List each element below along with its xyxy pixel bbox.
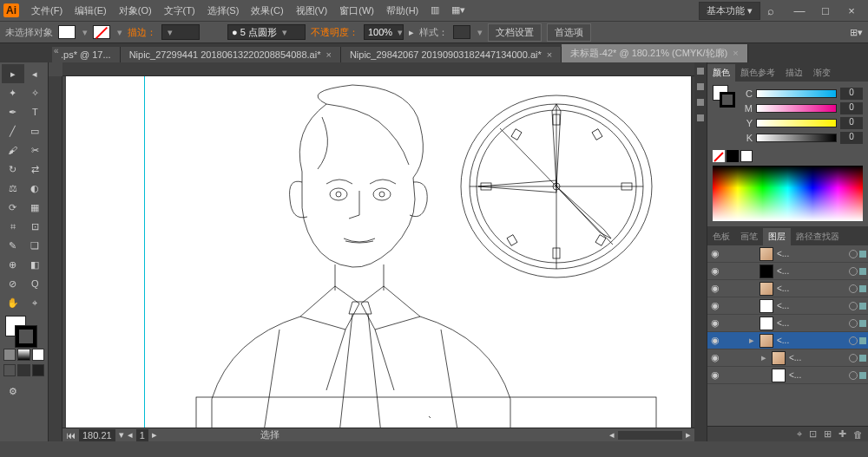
close-icon[interactable]: × (326, 49, 331, 60)
layer-thumbnail[interactable] (760, 282, 773, 296)
width-tool[interactable]: ◐ (24, 179, 47, 198)
menu-type[interactable]: 文字(T) (159, 3, 201, 19)
perspective-tool[interactable]: ⌗ (2, 217, 24, 236)
workspace-switcher[interactable]: 基本功能 ▾ (699, 2, 760, 20)
tab-brushes[interactable]: 画笔 (735, 228, 763, 245)
target-ring-icon[interactable] (849, 371, 858, 380)
ruler-horizontal[interactable] (62, 62, 694, 76)
hand-tool[interactable]: ✋ (2, 293, 24, 312)
close-icon[interactable]: × (733, 48, 738, 58)
dock-icon[interactable] (697, 99, 704, 106)
menu-help[interactable]: 帮助(H) (381, 3, 424, 19)
type-tool[interactable]: T (24, 102, 47, 121)
selection-tool[interactable]: ▸ (2, 64, 24, 83)
layer-row[interactable]: ◉<... (707, 297, 868, 315)
visibility-toggle-icon[interactable]: ◉ (709, 317, 721, 329)
white-swatch-icon[interactable] (740, 150, 753, 162)
symbol-tool[interactable]: ◧ (24, 255, 47, 274)
magic-wand-tool[interactable]: ✦ (2, 83, 24, 102)
layer-name[interactable]: <... (775, 266, 847, 276)
layer-thumbnail[interactable] (760, 247, 773, 261)
menu-view[interactable]: 视图(V) (291, 3, 333, 19)
layer-row[interactable]: ◉▸<... (707, 349, 868, 367)
brush-tool[interactable]: 🖌 (2, 140, 24, 160)
window-minimize-button[interactable]: — (786, 2, 812, 19)
gradient-mode-icon[interactable] (17, 349, 30, 361)
gradient-tool[interactable]: ✎ (2, 236, 24, 255)
delete-layer-icon[interactable]: 🗑 (853, 429, 863, 440)
target-ring-icon[interactable] (849, 250, 858, 258)
menu-edit[interactable]: 编辑(E) (69, 3, 112, 19)
screen-mode-full-icon[interactable] (17, 364, 30, 376)
mesh-tool[interactable]: ⊡ (24, 217, 47, 236)
layer-thumbnail[interactable] (772, 369, 786, 382)
none-swatch-icon[interactable] (713, 150, 725, 162)
menu-effect[interactable]: 效果(C) (246, 3, 288, 19)
menu-file[interactable]: 文件(F) (26, 3, 68, 19)
doc-tab-2[interactable]: Nipic_27299441 20180613220208854088.ai*× (121, 47, 341, 62)
window-maximize-button[interactable]: □ (812, 2, 838, 19)
reflect-tool[interactable]: ⇄ (24, 160, 47, 179)
layer-row[interactable]: ◉<... (707, 245, 868, 263)
layer-thumbnail[interactable] (760, 317, 773, 330)
shape-builder-tool[interactable]: ▦ (24, 198, 47, 217)
layer-thumbnail[interactable] (760, 299, 773, 313)
close-icon[interactable]: × (547, 49, 552, 60)
black-value[interactable]: 0 (840, 132, 863, 144)
disclosure-icon[interactable]: ▸ (761, 352, 770, 363)
target-ring-icon[interactable] (849, 336, 858, 345)
scroll-right-icon[interactable]: ▸ (686, 429, 691, 441)
rotate-tool[interactable]: ↻ (2, 160, 24, 179)
rectangle-tool[interactable]: ▭ (24, 121, 47, 140)
black-slider[interactable] (756, 134, 837, 142)
fill-stroke-control[interactable] (2, 316, 46, 347)
dock-icon[interactable] (697, 114, 704, 121)
visibility-toggle-icon[interactable]: ◉ (709, 265, 721, 277)
dock-icon[interactable] (697, 68, 704, 75)
menu-bridge-icon[interactable]: ▥ (425, 3, 444, 19)
screen-mode-normal-icon[interactable] (3, 364, 16, 376)
canvas[interactable] (62, 76, 694, 428)
layer-row[interactable]: ◉<... (707, 367, 868, 384)
artboard-index-field[interactable]: 1 (136, 429, 148, 441)
artboard[interactable] (66, 76, 691, 428)
opacity-play-icon[interactable]: ▸ (409, 27, 414, 38)
pen-tool[interactable]: ✒ (2, 102, 24, 121)
visibility-toggle-icon[interactable]: ◉ (709, 248, 721, 259)
black-swatch-icon[interactable] (727, 150, 739, 162)
menu-arrange-icon[interactable]: ▦▾ (446, 3, 470, 19)
horizontal-scrollbar[interactable] (618, 431, 682, 440)
status-nav-first-icon[interactable]: ⏮ (66, 430, 76, 441)
color-spectrum[interactable] (713, 166, 863, 221)
layer-name[interactable]: <... (787, 370, 847, 380)
layer-thumbnail[interactable] (760, 334, 773, 348)
zoom-tool[interactable]: ⌖ (24, 293, 47, 312)
eyedropper-tool[interactable]: ❏ (24, 236, 47, 255)
slice-tool[interactable]: Q (24, 274, 47, 293)
visibility-toggle-icon[interactable]: ◉ (709, 283, 721, 294)
line-tool[interactable]: ╱ (2, 121, 24, 140)
layer-row[interactable]: ◉<... (707, 280, 868, 297)
magenta-slider[interactable] (756, 104, 837, 113)
visibility-toggle-icon[interactable]: ◉ (709, 300, 721, 311)
document-setup-button[interactable]: 文档设置 (488, 23, 542, 42)
yellow-value[interactable]: 0 (840, 117, 863, 129)
screen-mode-present-icon[interactable] (32, 364, 44, 376)
doc-tab-active[interactable]: 未标题-42* @ 180.21% (CMYK/轮廓)× (562, 44, 748, 62)
artboard-prev-icon[interactable]: ◂ (128, 429, 133, 441)
layer-row[interactable]: ◉<... (707, 315, 868, 332)
layer-name[interactable]: <... (787, 353, 847, 362)
layer-thumbnail[interactable] (760, 264, 773, 278)
menu-object[interactable]: 对象(O) (114, 3, 157, 19)
tabs-scroll-left[interactable]: « (54, 46, 59, 55)
scroll-left-icon[interactable]: ◂ (609, 429, 615, 441)
brush-preset-field[interactable]: ● 5 点圆形 (227, 24, 306, 40)
yellow-slider[interactable] (756, 119, 837, 127)
window-close-button[interactable]: × (838, 2, 865, 19)
opacity-field[interactable]: 100% (364, 24, 404, 40)
stroke-color-icon[interactable] (16, 326, 36, 347)
target-ring-icon[interactable] (849, 319, 858, 328)
fill-swatch[interactable] (58, 25, 76, 39)
layer-thumbnail[interactable] (772, 351, 786, 365)
menu-select[interactable]: 选择(S) (202, 3, 245, 19)
